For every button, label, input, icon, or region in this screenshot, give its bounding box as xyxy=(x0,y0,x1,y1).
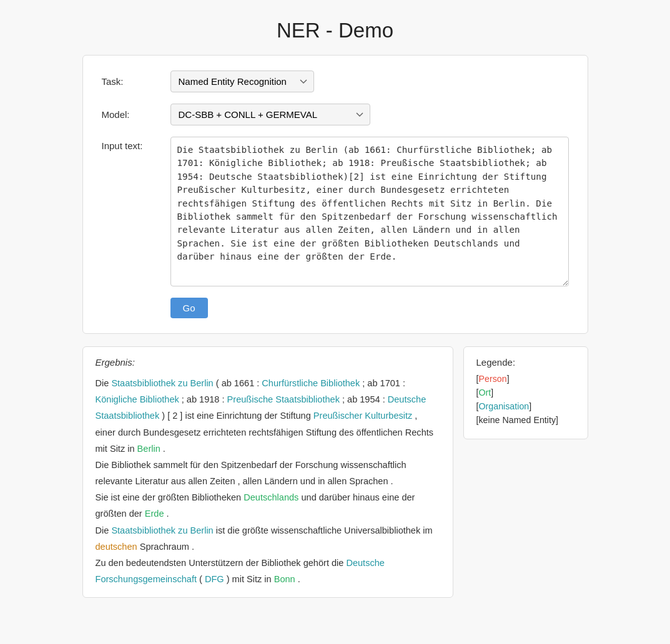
input-text-row: Input text: xyxy=(102,137,569,286)
legend-person: [Person] xyxy=(476,374,575,384)
go-button-row: Go xyxy=(102,298,569,318)
ner-entity-preussische-staatsbibliothek: Preußische Staatsbibliothek xyxy=(227,394,340,404)
legend-keine: [keine Named Entity] xyxy=(476,415,575,425)
result-card: Ergebnis: Die Staatsbibliothek zu Berlin… xyxy=(82,346,453,598)
result-label: Ergebnis: xyxy=(96,357,440,368)
legend-ort: [Ort] xyxy=(476,388,575,398)
legend-organisation-label: Organisation xyxy=(478,401,529,411)
ner-entity-deutschen: deutschen xyxy=(96,542,137,552)
ner-entity-erde: Erde xyxy=(145,509,164,519)
ner-entity-deutschlands: Deutschlands xyxy=(244,492,298,502)
input-card: Task: Named Entity Recognition POS Taggi… xyxy=(82,55,588,334)
result-text: Die Staatsbibliothek zu Berlin ( ab 1661… xyxy=(96,375,440,587)
results-area: Ergebnis: Die Staatsbibliothek zu Berlin… xyxy=(82,346,588,598)
input-text-area[interactable] xyxy=(170,137,569,286)
ner-entity-staatsbibliothek-berlin: Staatsbibliothek zu Berlin xyxy=(111,378,213,388)
legend-ort-label: Ort xyxy=(478,388,491,398)
task-select[interactable]: Named Entity Recognition POS Tagging xyxy=(170,71,314,92)
legend-keine-label: keine Named Entity xyxy=(478,415,556,425)
ner-entity-dfg: DFG xyxy=(205,574,224,584)
ner-entity-koenigliche: Königliche Bibliothek xyxy=(96,394,179,404)
legend-person-label: Person xyxy=(478,374,506,384)
model-label: Model: xyxy=(102,109,170,120)
task-label: Task: xyxy=(102,76,170,87)
ner-entity-dfg-full: Deutsche Forschungsgemeinschaft xyxy=(96,558,385,584)
legend-title: Legende: xyxy=(476,357,575,368)
task-row: Task: Named Entity Recognition POS Taggi… xyxy=(102,71,569,92)
model-row: Model: DC-SBB + CONLL + GERMEVAL CONLL G… xyxy=(102,104,569,125)
ner-entity-preussischer-kulturbesitz: Preußischer Kulturbesitz xyxy=(313,411,412,421)
ner-entity-staatsbibliothek-berlin-2: Staatsbibliothek zu Berlin xyxy=(111,525,213,535)
legend-card: Legende: [Person] [Ort] [Organisation] [… xyxy=(463,346,588,439)
page-title: NER - Demo xyxy=(82,0,588,55)
ner-entity-churfuerstliche: Churfürstliche Bibliothek xyxy=(262,378,360,388)
ner-entity-berlin: Berlin xyxy=(137,444,160,454)
model-select[interactable]: DC-SBB + CONLL + GERMEVAL CONLL GERMEVAL xyxy=(170,104,370,125)
legend-organisation: [Organisation] xyxy=(476,401,575,411)
input-text-label: Input text: xyxy=(102,137,170,151)
go-button[interactable]: Go xyxy=(170,298,208,318)
ner-entity-bonn: Bonn xyxy=(274,574,295,584)
